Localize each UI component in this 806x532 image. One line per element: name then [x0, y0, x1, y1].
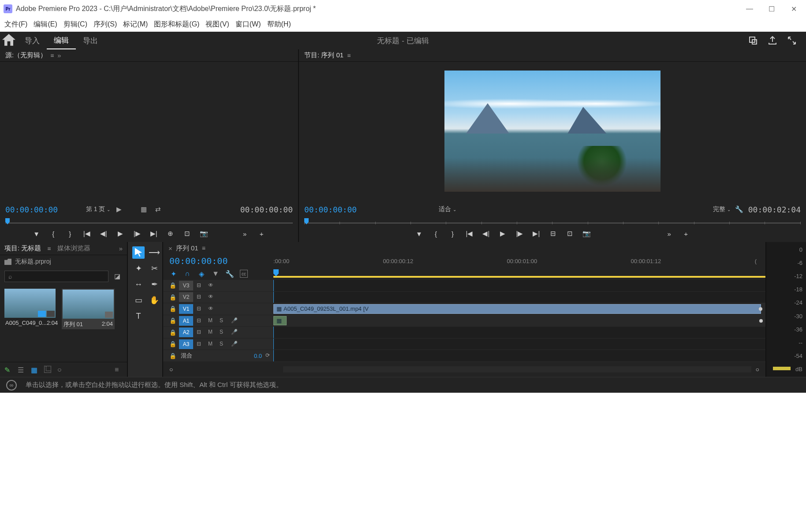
arrows-icon[interactable]: ⇄	[153, 205, 163, 214]
step-forward-icon[interactable]: ▶	[114, 205, 124, 214]
menu-sequence[interactable]: 序列(S)	[93, 20, 117, 29]
menu-help[interactable]: 帮助(H)	[267, 20, 291, 29]
track-select-tool[interactable]: ⟶	[148, 246, 160, 259]
tab-edit[interactable]: 编辑	[47, 32, 76, 49]
razor-tool[interactable]: ✂	[148, 262, 160, 275]
go-to-in-icon[interactable]: |◀	[82, 229, 91, 238]
marker-icon[interactable]: ▼	[414, 229, 423, 238]
go-to-out-icon[interactable]: ▶|	[149, 229, 158, 238]
menu-file[interactable]: 文件(F)	[4, 20, 27, 29]
view-icon[interactable]: ▦	[138, 205, 149, 214]
source-scrubber[interactable]	[5, 218, 293, 227]
track-mix-head[interactable]: 🔒混合0.0⟳	[163, 350, 273, 362]
track-a2-head[interactable]: 🔒A2⊟MS🎤	[163, 327, 273, 339]
timeline-title[interactable]: 序列 01	[176, 244, 198, 253]
in-point-icon[interactable]: {	[49, 229, 58, 238]
go-to-in-icon[interactable]: |◀	[465, 229, 474, 238]
extract-icon[interactable]: ⊡	[565, 229, 574, 238]
track-a1-lane[interactable]: ▦	[273, 315, 765, 327]
marker-icon[interactable]: ▼	[32, 229, 41, 238]
panel-menu-icon[interactable]: ≡	[202, 245, 205, 252]
go-to-out-icon[interactable]: ▶|	[532, 229, 541, 238]
track-v2-lane[interactable]	[273, 292, 765, 304]
tab-import[interactable]: 导入	[18, 32, 47, 49]
lift-icon[interactable]: ⊟	[549, 229, 557, 238]
selection-tool[interactable]	[132, 246, 145, 259]
cc-icon[interactable]: cc	[240, 270, 248, 278]
timeline-timecode[interactable]: 00:00:00:00	[169, 256, 228, 266]
track-a3-head[interactable]: 🔒A3⊟MS🎤	[163, 339, 273, 350]
freeform-view-icon[interactable]: ⿺	[44, 366, 52, 374]
audio-clip[interactable]: ▦	[273, 316, 287, 326]
in-point-icon[interactable]: {	[431, 229, 440, 238]
menu-graphics[interactable]: 图形和标题(G)	[154, 20, 199, 29]
more-icon[interactable]: »	[665, 229, 674, 238]
pen-tool[interactable]: ✒	[148, 278, 160, 290]
panel-menu-icon[interactable]: ≡	[47, 245, 51, 252]
zoom-slider-icon[interactable]: ○	[57, 366, 65, 374]
source-monitor[interactable]	[0, 62, 298, 201]
out-point-icon[interactable]: }	[448, 229, 457, 238]
resolution-selector[interactable]: 完整⌄	[713, 205, 731, 213]
menu-edit[interactable]: 编辑(E)	[34, 20, 57, 29]
track-mix-lane[interactable]	[273, 350, 765, 362]
home-icon[interactable]	[0, 32, 18, 49]
fullscreen-icon[interactable]	[787, 35, 797, 46]
link-icon[interactable]: ◈	[198, 270, 205, 278]
source-timecode[interactable]: 00:00:00:00	[5, 205, 58, 214]
project-item-sequence[interactable]: 序列 012:04	[62, 289, 115, 329]
ripple-edit-tool[interactable]: ✦	[132, 262, 145, 275]
more-icon[interactable]: »	[240, 229, 249, 238]
close-button[interactable]: ✕	[789, 4, 798, 13]
page-selector[interactable]: 第 1 页⌄	[86, 205, 111, 213]
track-a1-head[interactable]: 🔒A1⊟MS🎤	[163, 315, 273, 327]
menu-window[interactable]: 窗口(W)	[235, 20, 261, 29]
export-frame-icon[interactable]: 📷	[200, 229, 209, 238]
menu-view[interactable]: 视图(V)	[205, 20, 229, 29]
slip-tool[interactable]: ↔	[132, 278, 145, 290]
timeline-ruler[interactable]: :00:00 00:00:00:12 00:00:01:00 00:00:01:…	[273, 258, 765, 264]
minimize-button[interactable]: —	[745, 4, 754, 13]
step-back-icon[interactable]: ◀|	[481, 229, 490, 238]
step-fwd-icon[interactable]: |▶	[133, 229, 142, 238]
track-v3-lane[interactable]	[273, 280, 765, 292]
icon-view-icon[interactable]: ▦	[31, 366, 39, 374]
track-v1-lane[interactable]: ▦A005_C049_09253L_001.mp4 [V	[273, 303, 765, 315]
source-panel-title[interactable]: 源:（无剪辑）	[5, 51, 47, 60]
track-v1-head[interactable]: 🔒V1⊟👁	[163, 303, 273, 315]
program-timecode[interactable]: 00:00:00:00	[304, 205, 357, 214]
program-monitor[interactable]	[299, 62, 806, 201]
list-view-icon[interactable]: ☰	[18, 366, 26, 374]
tab-project[interactable]: 项目: 无标题	[4, 244, 41, 253]
fit-selector[interactable]: 适合⌄	[439, 205, 456, 213]
step-back-icon[interactable]: ◀|	[99, 229, 108, 238]
export-frame-icon[interactable]: 📷	[582, 229, 591, 238]
menu-clip[interactable]: 剪辑(C)	[63, 20, 87, 29]
rectangle-tool[interactable]: ▭	[132, 294, 145, 306]
menu-marker[interactable]: 标记(M)	[123, 20, 148, 29]
track-a2-lane[interactable]	[273, 327, 765, 339]
hand-tool[interactable]: ✋	[148, 294, 160, 306]
chevron-right-icon[interactable]: »	[57, 52, 61, 59]
marker-icon[interactable]: ▼	[212, 270, 220, 278]
program-panel-title[interactable]: 节目: 序列 01	[304, 51, 343, 60]
chevron-right-icon[interactable]: »	[119, 245, 123, 252]
wrench-icon[interactable]: 🔧	[734, 205, 745, 214]
timeline-playhead[interactable]	[273, 269, 279, 276]
settings-icon[interactable]: 🔧	[226, 270, 234, 278]
insert-icon[interactable]: ⊕	[166, 229, 175, 238]
type-tool[interactable]: T	[132, 310, 145, 322]
quick-export-icon[interactable]	[748, 35, 758, 46]
play-icon[interactable]: ▶	[498, 229, 507, 238]
filter-icon[interactable]: ◪	[112, 272, 123, 281]
track-a3-lane[interactable]	[273, 339, 765, 350]
panel-menu-icon[interactable]: ≡	[347, 52, 351, 59]
program-scrubber[interactable]	[304, 218, 801, 227]
track-v3-head[interactable]: 🔒V3⊟👁	[163, 280, 273, 292]
video-clip[interactable]: ▦A005_C049_09253L_001.mp4 [V	[273, 304, 761, 314]
timeline-scrollbar[interactable]	[283, 366, 751, 372]
project-item-clip[interactable]: A005_C049_0...2:04	[4, 289, 57, 329]
search-input[interactable]: ⌕	[4, 271, 108, 282]
overwrite-icon[interactable]: ⊡	[183, 229, 192, 238]
add-icon[interactable]: +	[682, 229, 690, 238]
